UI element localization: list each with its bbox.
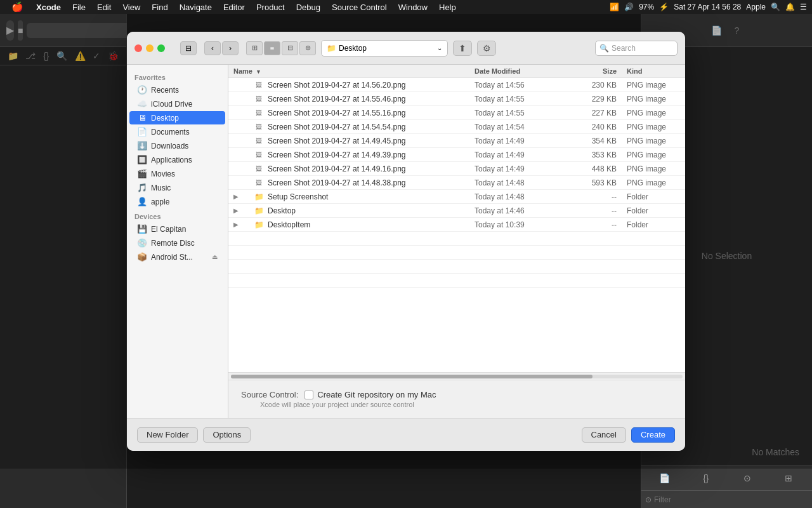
expand-arrow[interactable]: ▶	[233, 193, 241, 200]
applications-icon: 🔲	[137, 155, 147, 164]
share-button[interactable]: ⬆	[453, 41, 472, 56]
minimize-button[interactable]	[146, 44, 154, 52]
file-kind: PNG image	[622, 81, 685, 90]
table-row[interactable]: 🖼 Screen Shot 2019-04-27 at 14.55.46.png…	[228, 92, 685, 106]
file-kind: Folder	[622, 192, 685, 201]
kind-column-header[interactable]: Kind	[622, 67, 685, 75]
menubar-navigate[interactable]: Navigate	[174, 0, 217, 14]
file-list[interactable]: Name ▼ Date Modified Size Kind 🖼 Screen …	[228, 65, 685, 372]
table-row[interactable]: ▶ 📁 DesktopItem Today at 10:39 -- Folder	[228, 218, 685, 232]
file-search-box[interactable]: 🔍 Search	[595, 41, 678, 56]
circle-icon-bottom[interactable]: ⊙	[738, 469, 756, 487]
bracket-icon-bottom[interactable]: {}	[697, 469, 715, 487]
png-file-icon: 🖼	[254, 80, 264, 90]
png-file-icon: 🖼	[254, 94, 264, 104]
table-row[interactable]: ▶ 📁 Desktop Today at 14:46 -- Folder	[228, 204, 685, 218]
apple-account[interactable]: Apple	[746, 3, 766, 11]
cancel-button[interactable]: Cancel	[582, 427, 626, 443]
table-row[interactable]: 🖼 Screen Shot 2019-04-27 at 14.56.20.png…	[228, 78, 685, 92]
apple-menu-icon[interactable]: 🍎	[5, 0, 30, 14]
file-date: Today at 14:49	[469, 164, 571, 173]
menubar-edit[interactable]: Edit	[92, 0, 116, 14]
sidebar-item-applications[interactable]: 🔲 Applications	[129, 153, 225, 166]
file-name: DesktopItem	[266, 220, 469, 229]
menubar-window[interactable]: Window	[393, 0, 433, 14]
menubar-help[interactable]: Help	[434, 0, 461, 14]
filter-icon: ⊙	[645, 495, 652, 504]
list-view-button[interactable]: ≡	[264, 41, 280, 55]
png-file-icon: 🖼	[254, 150, 264, 160]
table-row[interactable]: 🖼 Screen Shot 2019-04-27 at 14.49.45.png…	[228, 134, 685, 148]
menubar-find[interactable]: Find	[147, 0, 173, 14]
sidebar-recents-label: Recents	[151, 86, 179, 95]
menubar-view[interactable]: View	[117, 0, 145, 14]
file-size: --	[571, 192, 622, 201]
column-view-button[interactable]: ⊟	[282, 41, 298, 55]
back-button[interactable]: ‹	[204, 41, 221, 55]
search-icon[interactable]: 🔍	[771, 3, 780, 11]
sidebar-item-remotedisc[interactable]: 💿 Remote Disc	[129, 236, 225, 250]
sidebar-item-elcapitan[interactable]: 💾 El Capitan	[129, 222, 225, 236]
datetime: Sat 27 Apr 14 56 28	[674, 3, 741, 11]
options-button[interactable]: Options	[203, 427, 251, 443]
table-row[interactable]: 🖼 Screen Shot 2019-04-27 at 14.49.16.png…	[228, 162, 685, 176]
create-button[interactable]: Create	[631, 427, 675, 443]
sidebar-item-downloads[interactable]: ⬇️ Downloads	[129, 139, 225, 152]
filter-input[interactable]	[654, 495, 808, 504]
icon-view-button[interactable]: ⊞	[246, 41, 263, 55]
size-column-header[interactable]: Size	[571, 67, 622, 75]
eject-icon[interactable]: ⏏	[212, 253, 218, 260]
new-folder-button[interactable]: New Folder	[137, 427, 198, 443]
file-date: Today at 14:49	[469, 150, 571, 159]
name-column-header[interactable]: Name ▼	[228, 67, 469, 75]
menubar-editor[interactable]: Editor	[218, 0, 250, 14]
sidebar-item-icloud[interactable]: ☁️ iCloud Drive	[129, 97, 225, 110]
file-size: 354 KB	[571, 137, 622, 145]
menubar-file[interactable]: File	[67, 0, 91, 14]
location-selector[interactable]: 📁 Desktop ⌄	[321, 40, 448, 57]
scrollbar-thumb[interactable]	[231, 375, 593, 378]
file-icon-bottom[interactable]: 📄	[656, 469, 674, 487]
sidebar-item-androidst[interactable]: 📦 Android St... ⏏	[129, 250, 225, 264]
git-checkbox-label[interactable]: Create Git repository on my Mac	[304, 390, 436, 399]
sidebar-item-documents[interactable]: 📄 Documents	[129, 125, 225, 138]
sidebar-item-desktop[interactable]: 🖥 Desktop	[129, 111, 225, 124]
sidebar-item-movies[interactable]: 🎬 Movies	[129, 167, 225, 180]
menubar-xcode[interactable]: Xcode	[31, 0, 66, 14]
table-row[interactable]: 🖼 Screen Shot 2019-04-27 at 14.54.54.png…	[228, 120, 685, 134]
scrollbar-track[interactable]	[231, 375, 683, 378]
grid-icon-bottom[interactable]: ⊞	[780, 469, 797, 487]
expand-arrow[interactable]: ▶	[233, 207, 241, 214]
table-row[interactable]: 🖼 Screen Shot 2019-04-27 at 14.48.38.png…	[228, 176, 685, 190]
menubar-debug[interactable]: Debug	[291, 0, 325, 14]
dialog-titlebar: ⊟ ‹ › ⊞ ≡ ⊟ ⊕ 📁 Desktop ⌄ ⬆ ⚙	[127, 32, 685, 65]
battery-indicator: 97%	[639, 3, 654, 11]
table-row-empty	[228, 246, 685, 260]
horizontal-scrollbar[interactable]	[228, 372, 685, 380]
date-column-header[interactable]: Date Modified	[469, 67, 571, 75]
sidebar-item-apple[interactable]: 👤 apple	[129, 195, 225, 208]
dialog-overlay: ⊟ ‹ › ⊞ ≡ ⊟ ⊕ 📁 Desktop ⌄ ⬆ ⚙	[0, 14, 812, 469]
sidebar-remotedisc-label: Remote Disc	[151, 239, 195, 248]
menubar-source-control[interactable]: Source Control	[327, 0, 392, 14]
file-size: 227 KB	[571, 109, 622, 117]
notifications-icon[interactable]: 🔔	[785, 3, 795, 11]
maximize-button[interactable]	[157, 44, 165, 52]
table-row[interactable]: 🖼 Screen Shot 2019-04-27 at 14.49.39.png…	[228, 148, 685, 162]
close-button[interactable]	[134, 44, 142, 52]
forward-button[interactable]: ›	[222, 41, 239, 55]
action-button[interactable]: ⚙	[477, 41, 496, 56]
toggle-sidebar-button[interactable]: ⊟	[180, 41, 197, 55]
table-row[interactable]: ▶ 📁 Setup Screenshot Today at 14:48 -- F…	[228, 190, 685, 204]
file-name: Screen Shot 2019-04-27 at 14.56.20.png	[266, 81, 469, 90]
file-list-header: Name ▼ Date Modified Size Kind	[228, 65, 685, 78]
movies-icon: 🎬	[137, 169, 147, 178]
menu-icon[interactable]: ☰	[800, 3, 807, 11]
table-row[interactable]: 🖼 Screen Shot 2019-04-27 at 14.55.16.png…	[228, 106, 685, 120]
gallery-view-button[interactable]: ⊕	[299, 41, 316, 55]
sidebar-item-music[interactable]: 🎵 Music	[129, 181, 225, 194]
git-checkbox[interactable]	[304, 391, 313, 399]
expand-arrow[interactable]: ▶	[233, 221, 241, 228]
menubar-product[interactable]: Product	[251, 0, 290, 14]
sidebar-item-recents[interactable]: 🕐 Recents	[129, 83, 225, 97]
